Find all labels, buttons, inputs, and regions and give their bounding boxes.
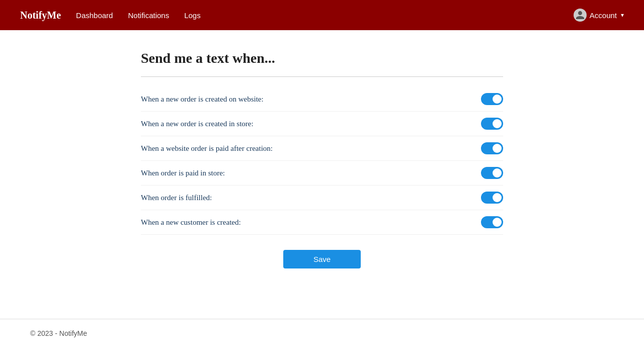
save-button[interactable]: Save (283, 250, 361, 268)
page-title: Send me a text when... (141, 50, 503, 66)
notification-label-2: When a website order is paid after creat… (141, 144, 273, 153)
account-caret-icon: ▾ (621, 12, 624, 19)
toggle-fulfilled[interactable] (481, 192, 503, 204)
account-menu[interactable]: Account ▾ (574, 9, 624, 22)
notification-label-1: When a new order is created in store: (141, 120, 254, 128)
notification-row: When a new order is created in store: (141, 112, 503, 136)
navbar-brand[interactable]: NotifyMe (20, 10, 61, 21)
save-btn-wrapper: Save (141, 250, 503, 268)
notification-label-5: When a new customer is created: (141, 218, 241, 227)
notification-row: When order is paid in store: (141, 161, 503, 186)
navbar-left: NotifyMe Dashboard Notifications Logs (20, 10, 201, 21)
main-content: Send me a text when... When a new order … (131, 30, 513, 289)
toggle-website-order[interactable] (481, 93, 503, 105)
toggle-new-customer[interactable] (481, 216, 503, 228)
section-divider (141, 76, 503, 77)
notification-label-3: When order is paid in store: (141, 169, 225, 177)
toggle-website-paid[interactable] (481, 142, 503, 154)
notification-row: When a website order is paid after creat… (141, 136, 503, 161)
notification-row: When order is fulfilled: (141, 186, 503, 210)
notification-row: When a new customer is created: (141, 210, 503, 235)
footer: © 2023 - NotifyMe (0, 319, 644, 347)
toggle-store-paid[interactable] (481, 167, 503, 179)
notification-row: When a new order is created on website: (141, 87, 503, 112)
nav-logs[interactable]: Logs (184, 11, 201, 20)
nav-dashboard[interactable]: Dashboard (76, 11, 113, 20)
notifications-list: When a new order is created on website:W… (141, 87, 503, 235)
footer-text: © 2023 - NotifyMe (30, 329, 87, 337)
nav-notifications[interactable]: Notifications (128, 11, 169, 20)
notification-label-0: When a new order is created on website: (141, 95, 264, 104)
notification-label-4: When order is fulfilled: (141, 194, 212, 202)
toggle-store-order[interactable] (481, 118, 503, 130)
account-label: Account (590, 11, 617, 20)
account-icon (574, 9, 587, 22)
navbar: NotifyMe Dashboard Notifications Logs Ac… (0, 0, 644, 30)
